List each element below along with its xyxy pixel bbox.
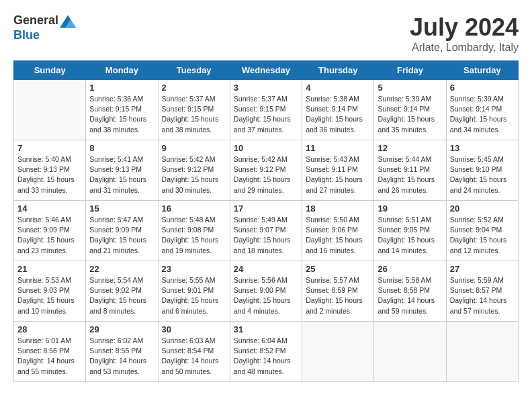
day-number: 17 (234, 203, 298, 214)
day-info: Sunrise: 5:37 AMSunset: 9:15 PMDaylight:… (162, 94, 226, 135)
day-number: 3 (234, 83, 298, 93)
calendar-header-row: SundayMondayTuesdayWednesdayThursdayFrid… (14, 61, 519, 80)
calendar-cell: 28Sunrise: 6:01 AMSunset: 8:56 PMDayligh… (14, 322, 86, 382)
day-info: Sunrise: 6:04 AMSunset: 8:52 PMDaylight:… (234, 336, 298, 377)
day-info: Sunrise: 5:48 AMSunset: 9:08 PMDaylight:… (162, 215, 226, 256)
day-info: Sunrise: 5:44 AMSunset: 9:11 PMDaylight:… (378, 154, 442, 195)
title-block: July 2024 Arlate, Lombardy, Italy (410, 13, 519, 54)
day-number: 28 (17, 324, 82, 334)
day-number: 22 (89, 264, 154, 274)
day-number: 16 (162, 203, 226, 214)
day-number: 7 (17, 143, 82, 153)
calendar-cell: 14Sunrise: 5:46 AMSunset: 9:09 PMDayligh… (14, 201, 86, 261)
day-info: Sunrise: 5:40 AMSunset: 9:13 PMDaylight:… (17, 154, 82, 195)
day-number: 15 (89, 203, 154, 214)
day-number: 1 (89, 83, 154, 93)
calendar-cell: 8Sunrise: 5:41 AMSunset: 9:13 PMDaylight… (86, 140, 158, 201)
day-info: Sunrise: 5:41 AMSunset: 9:13 PMDaylight:… (89, 154, 154, 195)
calendar-cell: 21Sunrise: 5:53 AMSunset: 9:03 PMDayligh… (14, 261, 86, 322)
day-info: Sunrise: 5:56 AMSunset: 9:00 PMDaylight:… (234, 275, 298, 316)
day-info: Sunrise: 5:52 AMSunset: 9:04 PMDaylight:… (450, 215, 515, 256)
calendar-cell: 30Sunrise: 6:03 AMSunset: 8:54 PMDayligh… (158, 322, 230, 382)
day-number: 14 (17, 203, 82, 214)
col-header-saturday: Saturday (446, 61, 518, 80)
calendar-cell: 3Sunrise: 5:37 AMSunset: 9:15 PMDaylight… (230, 80, 302, 140)
day-info: Sunrise: 5:45 AMSunset: 9:10 PMDaylight:… (450, 154, 515, 195)
day-info: Sunrise: 5:37 AMSunset: 9:15 PMDaylight:… (234, 94, 298, 135)
day-number: 25 (306, 264, 370, 274)
calendar-cell: 1Sunrise: 5:36 AMSunset: 9:15 PMDaylight… (86, 80, 158, 140)
calendar-cell (14, 80, 86, 140)
day-info: Sunrise: 5:58 AMSunset: 8:58 PMDaylight:… (378, 275, 442, 316)
calendar-cell: 10Sunrise: 5:42 AMSunset: 9:12 PMDayligh… (230, 140, 302, 201)
calendar-cell: 4Sunrise: 5:38 AMSunset: 9:14 PMDaylight… (302, 80, 374, 140)
calendar-cell: 20Sunrise: 5:52 AMSunset: 9:04 PMDayligh… (446, 201, 518, 261)
day-info: Sunrise: 5:53 AMSunset: 9:03 PMDaylight:… (17, 275, 82, 316)
day-number: 9 (162, 143, 226, 153)
day-number: 27 (450, 264, 515, 274)
calendar-cell: 25Sunrise: 5:57 AMSunset: 8:59 PMDayligh… (302, 261, 374, 322)
day-number: 26 (378, 264, 442, 274)
calendar-cell: 17Sunrise: 5:49 AMSunset: 9:07 PMDayligh… (230, 201, 302, 261)
day-number: 6 (450, 83, 515, 93)
day-number: 5 (378, 83, 442, 93)
day-number: 29 (89, 324, 154, 334)
day-number: 2 (162, 83, 226, 93)
day-info: Sunrise: 5:43 AMSunset: 9:11 PMDaylight:… (306, 154, 370, 195)
day-number: 13 (450, 143, 515, 153)
logo: General Blue (13, 13, 76, 42)
day-number: 31 (234, 324, 298, 334)
day-number: 21 (17, 264, 82, 274)
calendar-cell: 24Sunrise: 5:56 AMSunset: 9:00 PMDayligh… (230, 261, 302, 322)
col-header-tuesday: Tuesday (158, 61, 230, 80)
calendar-cell: 23Sunrise: 5:55 AMSunset: 9:01 PMDayligh… (158, 261, 230, 322)
day-info: Sunrise: 5:47 AMSunset: 9:09 PMDaylight:… (89, 215, 154, 256)
day-info: Sunrise: 6:01 AMSunset: 8:56 PMDaylight:… (17, 336, 82, 377)
calendar-cell: 9Sunrise: 5:42 AMSunset: 9:12 PMDaylight… (158, 140, 230, 201)
day-number: 20 (450, 203, 515, 214)
day-number: 30 (162, 324, 226, 334)
day-number: 24 (234, 264, 298, 274)
day-info: Sunrise: 5:51 AMSunset: 9:05 PMDaylight:… (378, 215, 442, 256)
calendar-cell: 26Sunrise: 5:58 AMSunset: 8:58 PMDayligh… (374, 261, 446, 322)
week-row-3: 14Sunrise: 5:46 AMSunset: 9:09 PMDayligh… (14, 201, 519, 261)
calendar-cell: 15Sunrise: 5:47 AMSunset: 9:09 PMDayligh… (86, 201, 158, 261)
location-subtitle: Arlate, Lombardy, Italy (410, 42, 519, 54)
logo-general: General (13, 13, 58, 27)
calendar-cell: 18Sunrise: 5:50 AMSunset: 9:06 PMDayligh… (302, 201, 374, 261)
week-row-5: 28Sunrise: 6:01 AMSunset: 8:56 PMDayligh… (14, 322, 519, 382)
calendar-cell: 29Sunrise: 6:02 AMSunset: 8:55 PMDayligh… (86, 322, 158, 382)
day-number: 23 (162, 264, 226, 274)
calendar-cell: 27Sunrise: 5:59 AMSunset: 8:57 PMDayligh… (446, 261, 518, 322)
day-info: Sunrise: 5:55 AMSunset: 9:01 PMDaylight:… (162, 275, 226, 316)
day-number: 12 (378, 143, 442, 153)
day-info: Sunrise: 5:46 AMSunset: 9:09 PMDaylight:… (17, 215, 82, 256)
month-year-title: July 2024 (410, 13, 519, 42)
week-row-1: 1Sunrise: 5:36 AMSunset: 9:15 PMDaylight… (14, 80, 519, 140)
calendar-cell (374, 322, 446, 382)
day-info: Sunrise: 5:38 AMSunset: 9:14 PMDaylight:… (306, 94, 370, 135)
day-info: Sunrise: 5:39 AMSunset: 9:14 PMDaylight:… (450, 94, 515, 135)
day-info: Sunrise: 5:36 AMSunset: 9:15 PMDaylight:… (89, 94, 154, 135)
page-header: General Blue July 2024 Arlate, Lombardy,… (13, 13, 519, 54)
day-info: Sunrise: 5:39 AMSunset: 9:14 PMDaylight:… (378, 94, 442, 135)
calendar-cell: 12Sunrise: 5:44 AMSunset: 9:11 PMDayligh… (374, 140, 446, 201)
day-info: Sunrise: 5:57 AMSunset: 8:59 PMDaylight:… (306, 275, 370, 316)
calendar-cell: 7Sunrise: 5:40 AMSunset: 9:13 PMDaylight… (14, 140, 86, 201)
calendar-cell: 2Sunrise: 5:37 AMSunset: 9:15 PMDaylight… (158, 80, 230, 140)
calendar-cell (446, 322, 518, 382)
calendar-table: SundayMondayTuesdayWednesdayThursdayFrid… (13, 60, 519, 382)
day-info: Sunrise: 5:50 AMSunset: 9:06 PMDaylight:… (306, 215, 370, 256)
logo-blue: Blue (13, 28, 40, 42)
week-row-2: 7Sunrise: 5:40 AMSunset: 9:13 PMDaylight… (14, 140, 519, 201)
day-info: Sunrise: 5:59 AMSunset: 8:57 PMDaylight:… (450, 275, 515, 316)
calendar-cell (302, 322, 374, 382)
calendar-cell: 16Sunrise: 5:48 AMSunset: 9:08 PMDayligh… (158, 201, 230, 261)
col-header-monday: Monday (86, 61, 158, 80)
day-info: Sunrise: 6:02 AMSunset: 8:55 PMDaylight:… (89, 336, 154, 377)
logo-icon (60, 15, 76, 28)
col-header-friday: Friday (374, 61, 446, 80)
day-info: Sunrise: 5:49 AMSunset: 9:07 PMDaylight:… (234, 215, 298, 256)
day-number: 8 (89, 143, 154, 153)
day-number: 4 (306, 83, 370, 93)
